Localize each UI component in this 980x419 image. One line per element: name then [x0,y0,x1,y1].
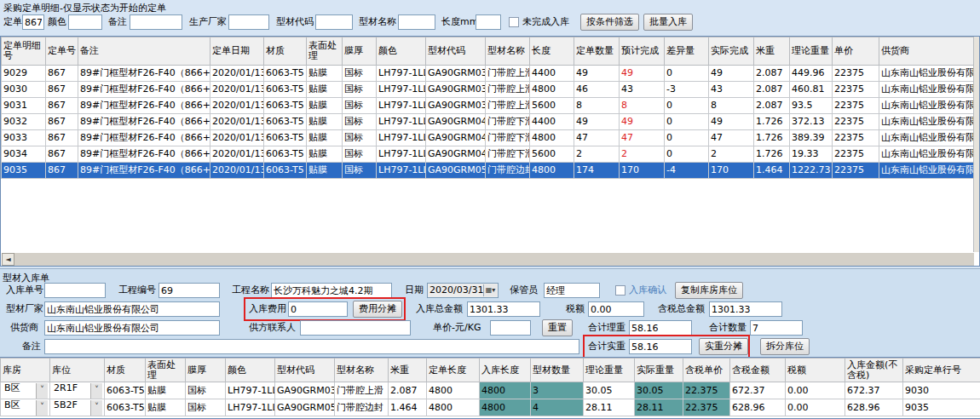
cell: 贴膜 [307,66,343,82]
column-header[interactable]: 实际完成 [709,37,754,66]
column-header[interactable]: 长度 [530,37,574,66]
cell: LH797-1LL0 [377,146,426,163]
dropdown-arrow-icon[interactable]: ˅ [36,383,48,399]
filter-by-condition-button[interactable]: 按条件筛选 [580,14,639,31]
total-qty-input[interactable] [750,320,803,336]
column-header[interactable]: 入库金额(不含税) [845,359,903,382]
cell: 0 [665,98,709,114]
table-row[interactable]: B区˅2R1F˅6063-T5贴膜国标LH797-1LL0GA90GRM03门带… [1,382,980,399]
column-header[interactable]: 材质 [105,359,146,382]
cell: 国标 [343,146,377,163]
column-header[interactable]: 颜色 [377,37,426,66]
table-row[interactable]: 903286789#门框型材F26-F40（866+867）2020/01/13… [2,114,976,130]
actual-allocate-button[interactable]: 实重分摊 [699,338,748,355]
horizontal-scrollbar[interactable]: ◄ [2,253,974,266]
cell: 6063-T5 [264,82,307,98]
table-row[interactable]: 903486789#门框型材F26-F40（866+867）2020/01/13… [2,146,976,163]
color-filter-input[interactable] [68,14,102,30]
total-amount-input[interactable] [467,301,540,317]
column-header[interactable]: 库房 [1,359,50,382]
actual-weight-input[interactable] [629,339,692,354]
date-picker[interactable]: 2020/03/31▦▾ [427,283,499,298]
project-no-input[interactable] [159,283,220,298]
total-with-tax-input[interactable] [709,301,782,317]
column-header[interactable]: 定单数量 [574,37,620,66]
column-header[interactable]: 采购定单行号 [903,359,980,382]
profile-code-filter-input[interactable] [315,14,353,30]
column-header[interactable]: 含税金额 [730,359,786,382]
dropdown-arrow-icon[interactable]: ˅ [36,400,48,416]
column-header[interactable]: 定单号 [46,37,78,66]
length-filter-input[interactable] [476,14,501,30]
filter-label-color: 颜色 [48,14,66,30]
table-row[interactable]: 903186789#门框型材F26-F40（866+867）2020/01/13… [2,98,976,114]
project-name-input[interactable] [271,283,392,298]
inbound-no-input[interactable] [44,283,106,298]
remark-filter-input[interactable] [130,14,182,30]
factory-input[interactable] [44,301,220,317]
dropdown-arrow-icon[interactable]: ˅ [90,400,102,416]
column-header[interactable]: 实际重量 [635,359,683,382]
column-header[interactable]: 型材数量 [531,359,584,382]
cell: 5B2F˅ [50,399,105,416]
column-header[interactable]: 定单长度 [427,359,480,382]
column-header[interactable]: 库位 [50,359,105,382]
column-header[interactable]: 米重 [754,37,790,66]
profile-name-filter-input[interactable] [398,14,435,30]
column-header[interactable]: 差异量 [665,37,709,66]
cell: 2.087 [754,66,790,82]
split-location-button[interactable]: 拆分库位 [760,338,810,355]
inbound-confirm-checkbox[interactable] [615,285,625,296]
reset-button[interactable]: 重置 [542,319,573,336]
manufacturer-filter-input[interactable] [228,14,269,30]
column-header[interactable]: 税额 [786,359,845,382]
supplier-input[interactable] [44,320,220,336]
column-header[interactable]: 型材名称 [486,37,530,66]
remark-input[interactable] [44,339,579,354]
tax-input[interactable] [588,301,644,317]
column-header[interactable]: 备注 [78,37,210,66]
table-row[interactable]: 903586789#门框型材F26-F40（866+867）2020/01/13… [2,163,976,179]
column-header[interactable]: 颜色 [226,359,275,382]
fee-allocate-button[interactable]: 费用分摊 [353,301,402,318]
column-header[interactable]: 材质 [264,37,307,66]
column-header[interactable]: 含税单价 [683,359,730,382]
fee-input[interactable] [288,301,348,317]
column-header[interactable]: 单价 [833,37,879,66]
column-header[interactable]: 入库长度 [480,359,531,382]
unit-price-input[interactable] [490,320,531,336]
batch-inbound-button[interactable]: 批量入库 [643,14,693,31]
copy-warehouse-button[interactable]: 复制库房库位 [675,282,743,299]
cell: 9035 [2,163,46,179]
column-header[interactable]: 膜厚 [186,359,226,382]
cell: 贴膜 [307,163,343,179]
scroll-left-icon[interactable]: ◄ [2,253,14,266]
column-header[interactable]: 型材代码 [426,37,486,66]
table-row[interactable]: 903086789#门框型材F26-F40（866+867）2020/01/13… [2,82,976,98]
column-header[interactable]: 定单日期 [210,37,264,66]
column-header[interactable]: 定单明细号 [2,37,46,66]
cell: 1.464 [389,399,427,416]
column-header[interactable]: 表面处理 [146,359,186,382]
keeper-input[interactable] [544,283,600,298]
column-header[interactable]: 米重 [389,359,427,382]
column-header[interactable]: 型材名称 [335,359,389,382]
column-header[interactable]: 供货商 [879,37,976,66]
column-header[interactable]: 理论重量 [584,359,635,382]
column-header[interactable]: 型材代码 [275,359,335,382]
filter-label-remark: 备注 [108,14,127,30]
dropdown-arrow-icon[interactable]: ˅ [90,383,102,399]
calendar-dropdown-icon[interactable]: ▦▾ [483,284,497,296]
table-row[interactable]: 903386789#门框型材F26-F40（866+867）2020/01/13… [2,130,976,146]
column-header[interactable]: 表面处理 [307,37,343,66]
unfinished-checkbox[interactable] [509,17,519,27]
table-row[interactable]: 902986789#门框型材F26-F40（866+867）2020/01/13… [2,66,976,82]
table-row[interactable]: B区˅5B2F˅6063-T5贴膜国标LH797-1LL0GA90GRM05门带… [1,399,980,416]
column-header[interactable]: 预计完成 [620,37,665,66]
vertical-scrollbar[interactable] [973,37,979,252]
contact-input[interactable] [300,320,411,336]
column-header[interactable]: 膜厚 [343,37,377,66]
order-no-input[interactable] [22,14,44,30]
column-header[interactable]: 理论重量 [790,37,833,66]
theory-weight-input[interactable] [629,320,692,336]
